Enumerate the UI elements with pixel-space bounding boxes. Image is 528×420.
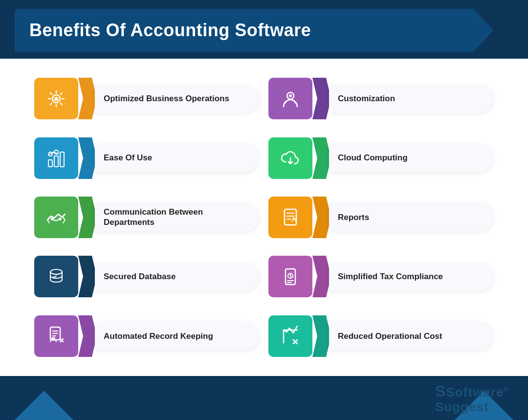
svg-marker-23 [312, 256, 331, 297]
cloud-icon [280, 147, 301, 169]
logo-text1: Software [446, 385, 504, 399]
svg-rect-7 [54, 156, 58, 167]
arrow-ease [78, 137, 97, 179]
logo-reg: ® [504, 387, 508, 394]
benefit-ease-of-use: Ease Of Use [34, 133, 260, 183]
bottom-triangle-left [15, 391, 73, 420]
benefit-tax: Simplified Tax Compliance [268, 251, 494, 302]
benefit-secured-database: Secured Database [34, 251, 260, 302]
label-cloud: Cloud Computing [329, 144, 494, 172]
benefit-reports: Reports [268, 192, 494, 243]
label-database: Secured Database [95, 263, 260, 291]
icon-box-database [34, 256, 78, 297]
svg-marker-5 [312, 78, 331, 119]
headset-icon [280, 88, 301, 110]
svg-marker-2 [78, 78, 97, 119]
arrow-reports [312, 197, 331, 238]
arrow-cost [312, 315, 331, 357]
svg-point-19 [50, 269, 62, 274]
icon-box-cloud [268, 137, 312, 179]
icon-box-optimized [34, 78, 78, 119]
main-content: Optimized Business Operations [15, 59, 513, 376]
arrow-cloud [312, 137, 331, 179]
svg-marker-12 [312, 137, 331, 179]
svg-point-17 [293, 218, 294, 219]
svg-marker-18 [312, 197, 331, 238]
label-tax: Simplified Tax Compliance [329, 263, 494, 291]
benefit-reduced-cost: Reduced Operational Cost [268, 311, 494, 361]
document-icon [45, 325, 67, 347]
page-wrapper: Benefits Of Accounting Software [0, 0, 528, 420]
svg-rect-6 [48, 160, 52, 167]
benefit-customization: Customization [268, 73, 494, 124]
icon-box-ease [34, 137, 78, 179]
svg-marker-26 [78, 315, 97, 357]
label-reports: Reports [329, 203, 494, 231]
icon-box-cost [268, 315, 312, 357]
svg-point-4 [289, 94, 292, 97]
svg-marker-11 [78, 137, 97, 179]
handshake-icon [45, 206, 67, 228]
arrow-tax [312, 256, 331, 297]
header-banner: Benefits Of Accounting Software [15, 9, 513, 52]
gear-icon [45, 88, 67, 110]
benefit-cloud: Cloud Computing [268, 133, 494, 183]
label-cost: Reduced Operational Cost [329, 322, 494, 350]
report-icon [280, 206, 301, 228]
logo-text2: Suggest [435, 399, 489, 414]
label-communication: Communication Between Departments [95, 203, 260, 231]
label-automated: Automated Record Keeping [95, 322, 260, 350]
svg-marker-15 [78, 197, 97, 238]
arrow-communication [78, 197, 97, 238]
chart-people-icon [45, 147, 67, 169]
benefit-communication: Communication Between Departments [34, 192, 260, 243]
label-customization: Customization [329, 85, 494, 113]
benefit-automated: Automated Record Keeping [34, 311, 260, 361]
svg-rect-16 [285, 209, 296, 225]
icon-box-reports [268, 197, 312, 238]
svg-rect-8 [60, 152, 64, 167]
label-ease: Ease Of Use [95, 144, 260, 172]
arrow-database [78, 256, 97, 297]
database-icon [45, 266, 67, 287]
logo-s: S [435, 382, 446, 400]
benefits-grid: Optimized Business Operations [34, 73, 494, 361]
svg-marker-27 [312, 315, 331, 357]
arrow-optimized [78, 78, 97, 119]
icon-box-communication [34, 197, 78, 238]
label-optimized: Optimized Business Operations [95, 85, 260, 113]
arrow-customization [312, 78, 331, 119]
page-title: Benefits Of Accounting Software [29, 20, 311, 41]
tax-icon [280, 266, 301, 287]
svg-marker-20 [78, 256, 97, 297]
cost-icon [280, 325, 301, 347]
icon-box-customization [268, 78, 312, 119]
logo-area: SSoftware® Suggest [435, 383, 508, 414]
icon-box-tax [268, 256, 312, 297]
icon-box-automated [34, 315, 78, 357]
arrow-automated [78, 315, 97, 357]
benefit-optimized-business: Optimized Business Operations [34, 73, 260, 124]
